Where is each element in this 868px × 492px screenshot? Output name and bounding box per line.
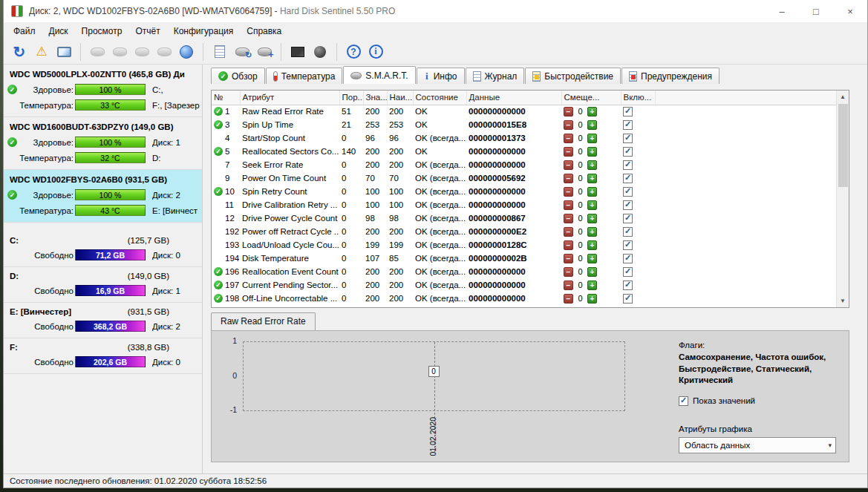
offset-decrease-button[interactable] xyxy=(564,267,573,277)
scroll-up-button[interactable]: ▲ xyxy=(837,91,849,103)
alerts-button[interactable] xyxy=(30,42,53,62)
attribute-enabled-checkbox[interactable] xyxy=(623,174,633,183)
disk-entry[interactable]: WDC WD1600BUDT-63DPZY0 (149,0 GB)Здоровь… xyxy=(4,117,202,170)
offset-decrease-button[interactable] xyxy=(564,160,573,170)
smart-attribute-row[interactable]: 198Off-Line Uncorrectable ...0200200OK (… xyxy=(212,292,836,305)
offset-increase-button[interactable] xyxy=(587,227,597,237)
partition-entry[interactable]: D:(149,0 GB)Свободно16,9 GBДиск: 1 xyxy=(4,267,202,303)
refresh-button[interactable] xyxy=(8,42,30,62)
partition-entry[interactable]: C:(125,7 GB)Свободно71,2 GBДиск: 0 xyxy=(4,232,202,267)
column-header-7[interactable]: Смеще... xyxy=(561,91,621,105)
table-scrollbar[interactable]: ▲ ▼ xyxy=(836,91,849,307)
smart-attribute-row[interactable]: 194Disk Temperature010785OK (всегда...00… xyxy=(212,252,836,265)
offset-increase-button[interactable] xyxy=(587,294,597,304)
offset-decrease-button[interactable] xyxy=(564,187,573,197)
graph-attributes-select[interactable]: Область данных ▾ xyxy=(679,437,836,453)
attribute-enabled-checkbox[interactable] xyxy=(623,227,633,237)
smart-attribute-row[interactable]: 1Raw Read Error Rate51200200OK0000000000… xyxy=(212,105,836,118)
column-header-0[interactable]: № xyxy=(212,91,240,105)
offset-decrease-button[interactable] xyxy=(564,200,573,210)
tab-overview[interactable]: Обзор xyxy=(211,68,265,84)
tab-performance[interactable]: Быстродействие xyxy=(525,68,621,84)
smart-attribute-row[interactable]: 197Current Pending Sector...0200200OK (в… xyxy=(212,278,836,292)
column-header-6[interactable]: Данные xyxy=(466,91,561,105)
attribute-enabled-checkbox[interactable] xyxy=(623,134,633,143)
offset-decrease-button[interactable] xyxy=(564,134,573,143)
menu-item-report[interactable]: Отчёт xyxy=(128,24,166,39)
column-header-3[interactable]: Зна... xyxy=(363,91,387,105)
display-test-button[interactable] xyxy=(53,42,75,62)
smart-attribute-row[interactable]: 5Reallocated Sectors Co...140200200OK000… xyxy=(212,145,836,158)
offset-decrease-button[interactable] xyxy=(564,107,573,117)
surface-test-button[interactable] xyxy=(287,42,309,62)
offset-decrease-button[interactable] xyxy=(564,294,573,304)
menu-item-configuration[interactable]: Конфигурация xyxy=(167,24,241,39)
offset-decrease-button[interactable] xyxy=(564,227,573,237)
smart-attribute-row[interactable]: 10Spin Retry Count0100100OK (всегда...00… xyxy=(212,185,836,198)
offset-increase-button[interactable] xyxy=(587,254,597,263)
disk-sync-button[interactable] xyxy=(231,42,253,62)
acoustic-button[interactable] xyxy=(309,42,331,62)
close-button[interactable]: × xyxy=(833,0,867,22)
attribute-enabled-checkbox[interactable] xyxy=(623,147,633,157)
column-header-1[interactable]: Атрибут xyxy=(240,91,339,105)
offset-increase-button[interactable] xyxy=(587,200,597,210)
offset-increase-button[interactable] xyxy=(587,187,597,197)
attribute-enabled-checkbox[interactable] xyxy=(623,187,633,197)
column-header-5[interactable]: Состояние xyxy=(413,91,466,105)
disk-save-button[interactable] xyxy=(253,42,275,62)
show-values-checkbox[interactable]: Показ значений xyxy=(679,396,839,406)
attribute-enabled-checkbox[interactable] xyxy=(623,281,633,290)
tab-log[interactable]: Журнал xyxy=(466,68,525,84)
offset-increase-button[interactable] xyxy=(587,107,597,117)
offset-increase-button[interactable] xyxy=(587,120,597,130)
offset-decrease-button[interactable] xyxy=(564,281,573,290)
info-button[interactable] xyxy=(365,42,387,62)
offset-increase-button[interactable] xyxy=(587,160,597,170)
disk-eject-button[interactable] xyxy=(153,42,175,62)
maximize-button[interactable]: □ xyxy=(799,0,833,22)
offset-decrease-button[interactable] xyxy=(564,214,573,223)
network-button[interactable] xyxy=(175,42,198,62)
disk-remove-button[interactable] xyxy=(131,42,153,62)
offset-decrease-button[interactable] xyxy=(564,174,573,183)
attribute-enabled-checkbox[interactable] xyxy=(623,294,633,304)
attribute-enabled-checkbox[interactable] xyxy=(623,200,633,210)
smart-attribute-row[interactable]: 193Load/Unload Cycle Cou...0199199OK (вс… xyxy=(212,238,836,252)
menu-item-disk[interactable]: Диск xyxy=(42,24,75,39)
offset-increase-button[interactable] xyxy=(587,281,597,290)
menu-item-file[interactable]: Файл xyxy=(7,24,42,39)
offset-increase-button[interactable] xyxy=(587,174,597,183)
offset-increase-button[interactable] xyxy=(587,147,597,157)
attribute-enabled-checkbox[interactable] xyxy=(623,240,633,250)
smart-attribute-row[interactable]: 192Power off Retract Cycle ...0200200OK … xyxy=(212,225,836,238)
disk-offline-button[interactable] xyxy=(86,42,108,62)
menu-item-view[interactable]: Просмотр xyxy=(75,24,129,39)
offset-increase-button[interactable] xyxy=(587,267,597,277)
attribute-enabled-checkbox[interactable] xyxy=(623,267,633,277)
offset-decrease-button[interactable] xyxy=(564,254,573,263)
attribute-enabled-checkbox[interactable] xyxy=(623,160,633,170)
scroll-down-button[interactable]: ▼ xyxy=(837,295,849,307)
offset-increase-button[interactable] xyxy=(587,134,597,143)
tab-info[interactable]: Инфо xyxy=(417,68,465,84)
scroll-thumb[interactable] xyxy=(838,104,848,187)
disk-entry[interactable]: WDC WD5000LPLX-00ZNTT0 (465,8 GB) ДиЗдор… xyxy=(4,65,202,117)
attribute-enabled-checkbox[interactable] xyxy=(623,120,633,130)
attribute-enabled-checkbox[interactable] xyxy=(623,214,633,223)
tab-smart[interactable]: S.M.A.R.T. xyxy=(343,66,415,84)
smart-attribute-row[interactable]: 196Reallocation Event Count0200200OK (вс… xyxy=(212,265,836,278)
chart-tab[interactable]: Raw Read Error Rate xyxy=(211,312,316,330)
smart-attribute-row[interactable]: 11Drive Calibration Retry ...0100100OK (… xyxy=(212,198,836,211)
smart-attribute-row[interactable]: 3Spin Up Time21253253OK0000000015E80 xyxy=(212,118,836,131)
tab-alerts[interactable]: Предупреждения xyxy=(621,68,719,84)
partition-entry[interactable]: E: [Винчестер](931,5 GB)Свободно368,2 GB… xyxy=(4,303,202,338)
smart-attribute-row[interactable]: 12Drive Power Cycle Count09898OK (всегда… xyxy=(212,211,836,225)
offset-decrease-button[interactable] xyxy=(564,120,573,130)
report-button[interactable] xyxy=(209,42,231,62)
offset-increase-button[interactable] xyxy=(587,240,597,250)
disk-test-button[interactable] xyxy=(108,42,131,62)
smart-attribute-row[interactable]: 9Power On Time Count07070OK (всегда...00… xyxy=(212,171,836,185)
help-button[interactable] xyxy=(342,42,365,62)
offset-increase-button[interactable] xyxy=(587,214,597,223)
